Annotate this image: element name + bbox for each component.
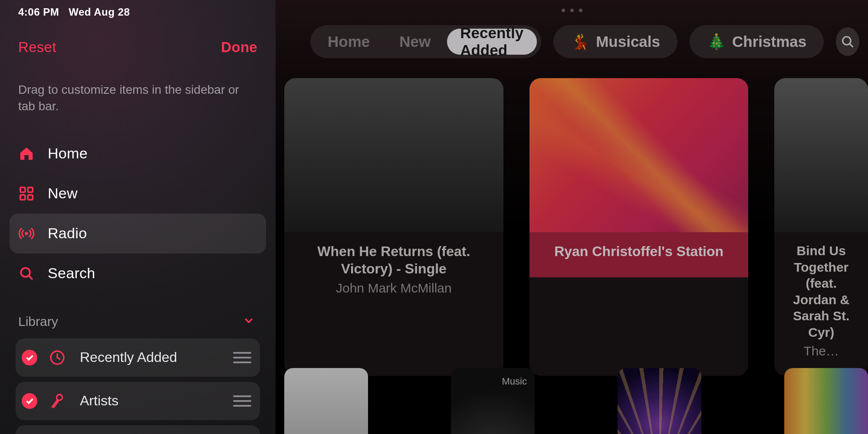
album-art <box>774 78 868 232</box>
album-art <box>284 78 503 232</box>
nav-item-search[interactable]: Search <box>10 253 266 293</box>
album-card[interactable]: Bind Us Together (feat. Jordan & Sarah S… <box>774 78 868 376</box>
album-card[interactable]: When He Returns (feat. Victory) - Single… <box>284 78 503 376</box>
station-art <box>529 78 749 232</box>
nav-label: Home <box>48 145 88 162</box>
tab-label: Christmas <box>732 33 806 50</box>
main-content: Home New Recently Added 💃 Musicals 🎄 Chr… <box>276 0 868 434</box>
tab-group-musicals: 💃 Musicals <box>553 25 677 58</box>
svg-rect-1 <box>28 187 33 192</box>
station-card[interactable]: Ryan Christoffel's Station <box>529 78 749 376</box>
status-time: 4:06 PM <box>18 6 59 18</box>
album-thumbnail[interactable] <box>784 368 868 434</box>
card-subtitle: The… <box>786 344 857 358</box>
drag-handle-icon[interactable] <box>233 395 251 407</box>
check-icon[interactable] <box>22 393 37 409</box>
done-button[interactable]: Done <box>221 39 257 56</box>
tab-home[interactable]: Home <box>315 29 383 55</box>
grid-icon <box>18 185 35 202</box>
home-icon <box>18 145 35 162</box>
search-icon <box>18 265 35 282</box>
nav-item-new[interactable]: New <box>10 174 266 214</box>
tab-bar: Home New Recently Added 💃 Musicals 🎄 Chr… <box>310 24 859 59</box>
mic-icon <box>49 392 66 410</box>
check-icon[interactable] <box>22 350 37 365</box>
svg-point-4 <box>25 232 28 235</box>
edit-bar: Reset Done <box>18 39 257 56</box>
card-subtitle: John Mark McMillan <box>296 281 492 296</box>
tab-recently-added[interactable]: Recently Added <box>447 29 537 55</box>
nav-item-home[interactable]: Home <box>10 134 266 174</box>
nav-label: Search <box>48 265 95 282</box>
svg-rect-0 <box>20 187 25 192</box>
nav-section: Home New Radio Search <box>18 134 257 293</box>
album-thumbnail[interactable] <box>284 368 368 434</box>
tab-label: Home <box>328 33 370 50</box>
tab-christmas[interactable]: 🎄 Christmas <box>694 29 819 55</box>
recently-added-row: When He Returns (feat. Victory) - Single… <box>284 78 868 376</box>
status-bar: 4:06 PM Wed Aug 28 <box>18 0 257 18</box>
library-item-albums[interactable]: Albums <box>16 425 260 434</box>
tab-label: Musicals <box>596 33 660 50</box>
library-item-label: Recently Added <box>80 349 233 365</box>
search-button[interactable] <box>836 27 859 56</box>
nav-label: New <box>48 185 78 202</box>
tab-label: New <box>399 33 431 50</box>
card-title: Ryan Christoffel's Station <box>541 243 737 260</box>
svg-rect-2 <box>20 195 25 200</box>
library-item-label: Artists <box>80 393 233 409</box>
card-title: When He Returns (feat. Victory) - Single <box>296 243 492 277</box>
status-date: Wed Aug 28 <box>69 6 130 18</box>
tree-emoji-icon: 🎄 <box>707 33 726 51</box>
window-handle-icon[interactable] <box>562 9 582 12</box>
album-thumbnail[interactable]: Music <box>451 368 535 434</box>
library-header[interactable]: Library <box>18 314 257 329</box>
tab-musicals[interactable]: 💃 Musicals <box>558 29 673 55</box>
customize-hint: Drag to customize items in the sidebar o… <box>18 82 257 115</box>
clock-icon <box>49 349 66 366</box>
apple-music-badge: Music <box>502 376 527 387</box>
broadcast-icon <box>18 225 35 242</box>
reset-button[interactable]: Reset <box>18 39 56 56</box>
library-item-recently-added[interactable]: Recently Added <box>16 339 260 377</box>
library-item-artists[interactable]: Artists <box>16 382 260 420</box>
sidebar: 4:06 PM Wed Aug 28 Reset Done Drag to cu… <box>0 0 276 434</box>
tab-group-christmas: 🎄 Christmas <box>690 25 824 58</box>
card-title: Bind Us Together (feat. Jordan & Sarah S… <box>786 243 857 340</box>
tab-group-primary: Home New Recently Added <box>310 25 541 58</box>
album-thumbnail[interactable] <box>618 368 701 434</box>
library-items: Recently Added Artists Albums <box>18 339 257 434</box>
dancer-emoji-icon: 💃 <box>571 33 590 51</box>
library-title: Library <box>18 314 58 329</box>
nav-label: Radio <box>48 225 87 242</box>
drag-handle-icon[interactable] <box>233 352 251 363</box>
chevron-down-icon <box>243 315 255 329</box>
search-icon <box>840 34 855 49</box>
svg-rect-3 <box>28 195 33 200</box>
secondary-row: Music <box>284 368 868 434</box>
nav-item-radio[interactable]: Radio <box>10 214 266 253</box>
tab-label: Recently Added <box>460 24 524 59</box>
tab-new[interactable]: New <box>386 29 444 55</box>
